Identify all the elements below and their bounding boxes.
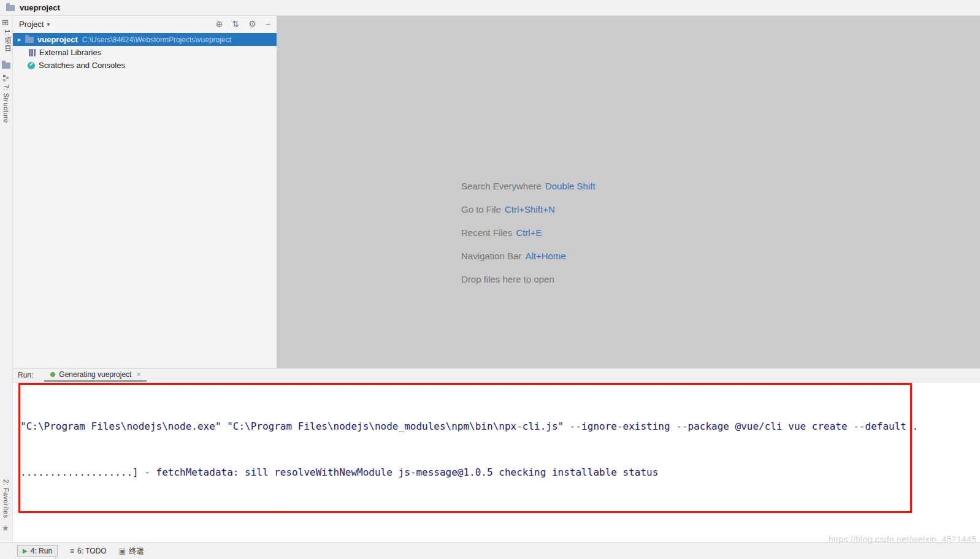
expand-caret-icon[interactable]: ▸: [18, 36, 25, 44]
scratches-icon: [28, 62, 35, 69]
panel-header-toolbar: ⊕ ⇅ ⚙ −: [216, 20, 270, 28]
todo-list-icon: ≡: [70, 547, 74, 555]
hint-go-to-file: Go to FileCtrl+Shift+N: [461, 198, 595, 221]
tree-item-path: C:\Users\84624\WebstormProjects\vueproje…: [82, 36, 231, 44]
statusbar-terminal-button[interactable]: ▣ 终端: [119, 546, 144, 556]
hint-shortcut: Double Shift: [545, 181, 595, 191]
stripe-button-structure[interactable]: 7: Structure: [2, 85, 10, 123]
todo-button-label: 6: TODO: [77, 547, 107, 555]
project-panel-header: Project ▾ ⊕ ⇅ ⚙ −: [13, 16, 277, 32]
hint-recent-files: Recent FilesCtrl+E: [461, 221, 595, 245]
folder-icon: [25, 37, 34, 43]
favorites-star-icon[interactable]: ★: [2, 523, 9, 533]
gear-icon[interactable]: ⚙: [248, 20, 256, 28]
stripe-button-project[interactable]: 1: 项目: [2, 29, 12, 52]
console-output[interactable]: "C:\Program Files\nodejs\node.exe" "C:\P…: [13, 382, 980, 511]
hint-label: Search Everywhere: [461, 181, 542, 191]
hint-shortcut: Ctrl+E: [516, 227, 542, 238]
tree-item-vueproject[interactable]: ▸ vueproject C:\Users\84624\WebstormProj…: [13, 33, 277, 46]
run-play-icon: ▶: [23, 547, 28, 554]
tree-item-scratches-and-consoles[interactable]: Scratches and Consoles: [13, 59, 277, 72]
project-tree: ▸ vueproject C:\Users\84624\WebstormProj…: [13, 32, 277, 72]
tool-window-stripe: ⊞ 1: 项目 7: Structure 2: Favorites ★: [0, 16, 13, 542]
terminal-button-label: 终端: [129, 546, 144, 556]
console-line: "C:\Program Files\nodejs\node.exe" "C:\P…: [20, 419, 980, 434]
hint-search-everywhere: Search EverywhereDouble Shift: [461, 175, 595, 198]
keyboard-shortcut-hints: Search EverywhereDouble Shift Go to File…: [461, 175, 595, 291]
run-tab-generating-vueproject[interactable]: Generating vueproject ×: [44, 368, 147, 382]
run-button-label: 4: Run: [31, 547, 52, 555]
hint-label: Drop files here to open: [461, 274, 554, 284]
run-tab-bar: Run: Generating vueproject ×: [13, 368, 980, 382]
collapse-all-icon[interactable]: ⇅: [232, 20, 240, 28]
hint-navigation-bar: Navigation BarAlt+Home: [461, 245, 595, 268]
hide-panel-icon[interactable]: −: [266, 20, 270, 28]
run-tab-title: Generating vueproject: [59, 370, 131, 379]
libraries-icon: [29, 49, 31, 56]
statusbar-todo-button[interactable]: ≡ 6: TODO: [70, 547, 107, 555]
tree-item-name: External Libraries: [39, 48, 101, 57]
stripe-button-favorites[interactable]: 2: Favorites: [2, 479, 10, 518]
hint-label: Recent Files: [461, 227, 512, 238]
terminal-icon: ▣: [119, 547, 126, 555]
project-tool-window: Project ▾ ⊕ ⇅ ⚙ − ▸ vueproject C:\Users\…: [13, 16, 277, 368]
console-line: ...................] - fetchMetadata: si…: [20, 465, 980, 480]
project-window-icon[interactable]: ⊞: [2, 18, 9, 26]
hint-shortcut: Alt+Home: [525, 251, 565, 261]
project-folder-icon: [6, 5, 15, 11]
hint-label: Navigation Bar: [461, 251, 521, 261]
hint-drop-files: Drop files here to open: [461, 268, 595, 291]
project-panel-title[interactable]: Project: [19, 20, 44, 29]
tree-item-name: vueproject: [37, 35, 78, 44]
tree-item-name: Scratches and Consoles: [39, 61, 125, 70]
title-bar: vueproject: [0, 0, 980, 16]
folder-stripe-icon[interactable]: [2, 63, 10, 69]
running-indicator-icon: [50, 372, 55, 377]
locate-icon[interactable]: ⊕: [216, 20, 223, 28]
tree-item-external-libraries[interactable]: External Libraries: [13, 46, 277, 59]
hint-shortcut: Ctrl+Shift+N: [505, 204, 555, 215]
window-title: vueproject: [20, 3, 60, 12]
status-bar: ▶ 4: Run ≡ 6: TODO ▣ 终端: [0, 542, 980, 559]
ide-window: vueproject ⊞ 1: 项目 7: Structure 2: Favor…: [0, 0, 980, 559]
hint-label: Go to File: [461, 204, 501, 215]
structure-icon[interactable]: [3, 75, 6, 77]
statusbar-run-button[interactable]: ▶ 4: Run: [17, 545, 58, 557]
close-tab-icon[interactable]: ×: [136, 370, 140, 379]
editor-area: Search EverywhereDouble Shift Go to File…: [277, 16, 980, 368]
chevron-down-icon[interactable]: ▾: [47, 21, 50, 28]
watermark: https://blog.csdn.net/weixin_4521445: [829, 534, 976, 544]
run-tool-window: Run: Generating vueproject × "C:\Program…: [13, 368, 980, 542]
run-label: Run:: [18, 371, 33, 379]
